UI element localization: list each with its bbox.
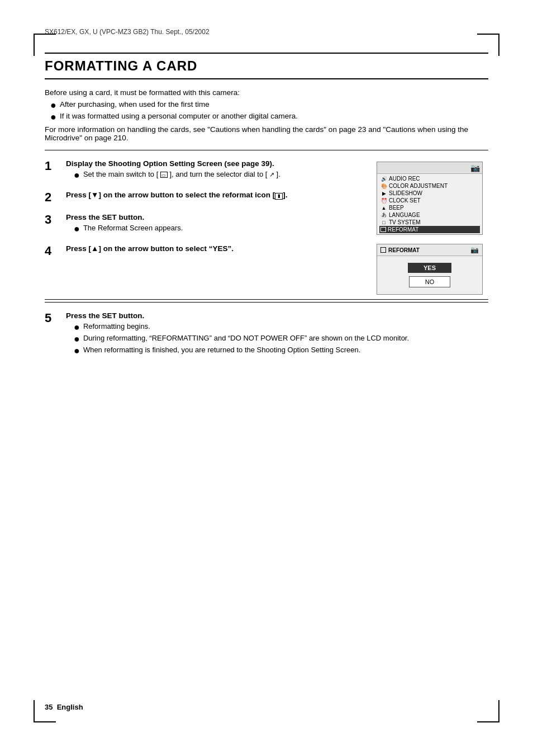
language-icon: あ bbox=[380, 212, 387, 218]
beep-icon: ▲ bbox=[380, 205, 387, 211]
dial-icon: ↗ bbox=[269, 171, 274, 178]
steps-area: 1 Display the Shooting Option Setting Sc… bbox=[45, 159, 488, 295]
step-5-sub: ● Reformatting begins. ● During reformat… bbox=[74, 322, 488, 356]
step-2-number: 2 bbox=[45, 191, 58, 204]
step-1-content: Display the Shooting Option Setting Scre… bbox=[66, 159, 365, 182]
menu-audio-rec: 🔊 AUDIO REC bbox=[379, 175, 480, 182]
step-5-title: Press the SET button. bbox=[66, 311, 488, 320]
screen-2: REFORMAT 📷 YES NO bbox=[377, 244, 483, 295]
step-4-title: Press [▲] on the arrow button to select … bbox=[66, 244, 365, 253]
step-3-number: 3 bbox=[45, 213, 58, 226]
bullet-dot: ● bbox=[74, 346, 80, 356]
tv-icon: □ bbox=[380, 220, 387, 225]
step-1-title: Display the Shooting Option Setting Scre… bbox=[66, 159, 365, 168]
step-5: 5 Press the SET button. ● Reformatting b… bbox=[45, 311, 488, 357]
audio-icon: 🔊 bbox=[380, 176, 387, 182]
step-5-content: Press the SET button. ● Reformatting beg… bbox=[66, 311, 488, 357]
corner-mark-tl bbox=[34, 34, 56, 56]
step-3-title: Press the SET button. bbox=[66, 213, 365, 221]
step-5-number: 5 bbox=[45, 311, 58, 325]
corner-mark-br bbox=[477, 700, 499, 722]
menu-tv-system: □ TV SYSTEM bbox=[379, 219, 480, 226]
bullet-dot: ● bbox=[50, 112, 56, 122]
menu-reformat: REFORMAT bbox=[379, 226, 480, 233]
step-2: 2 Press [▼] on the arrow button to selec… bbox=[45, 191, 365, 204]
menu-clock-set: ⏰ CLOCK SET bbox=[379, 197, 480, 204]
yes-button: YES bbox=[408, 263, 451, 273]
intro-bullet-1: ● After purchasing, when used for the fi… bbox=[50, 100, 488, 110]
clock-icon: ⏰ bbox=[380, 198, 387, 204]
step-4-number: 4 bbox=[45, 244, 58, 258]
step-5-area: 5 Press the SET button. ● Reformatting b… bbox=[45, 302, 488, 357]
menu-slideshow: ▶ SLIDESHOW bbox=[379, 190, 480, 197]
reformat-icon bbox=[380, 247, 386, 253]
step-5-bullet-2: ● During reformatting, “REFORMATTING” an… bbox=[74, 334, 488, 344]
menu-color-adj: 🎨 COLOR ADJUSTMENT bbox=[379, 182, 480, 190]
menu-beep: ▲ BEEP bbox=[379, 204, 480, 211]
step-4: 4 Press [▲] on the arrow button to selec… bbox=[45, 244, 365, 258]
screen-1-header: 📷 bbox=[377, 162, 482, 174]
screen-1-camera-icon: 📷 bbox=[470, 163, 480, 172]
bullet-dot: ● bbox=[74, 170, 80, 180]
step-4-content: Press [▲] on the arrow button to select … bbox=[66, 244, 365, 255]
menu-language: あ LANGUAGE bbox=[379, 211, 480, 219]
step-1-sub-text: Set the main switch to [ ▭ ], and turn t… bbox=[83, 170, 280, 178]
step-2-title: Press [▼] on the arrow button to select … bbox=[66, 191, 365, 200]
screen-2-title: REFORMAT bbox=[380, 247, 420, 253]
step-3: 3 Press the SET button. ● The Reformat S… bbox=[45, 213, 365, 235]
step-5-bullet-1: ● Reformatting begins. bbox=[74, 322, 488, 332]
step-1-bullet: ● Set the main switch to [ ▭ ], and turn… bbox=[74, 170, 365, 180]
screen-2-body: YES NO bbox=[377, 256, 482, 294]
page-number: 35 bbox=[45, 703, 53, 711]
screen-1: 📷 🔊 AUDIO REC 🎨 COLOR ADJUSTMENT ▶ bbox=[377, 162, 483, 235]
intro-bullets: ● After purchasing, when used for the fi… bbox=[50, 100, 488, 122]
intro-note: For more information on handling the car… bbox=[45, 125, 488, 142]
steps-left: 1 Display the Shooting Option Setting Sc… bbox=[45, 159, 377, 295]
step-1-sub: ● Set the main switch to [ ▭ ], and turn… bbox=[74, 170, 365, 180]
switch-icon: ▭ bbox=[160, 172, 168, 178]
header-meta: SX612/EX, GX, U (VPC-MZ3 GB2) Thu. Sept.… bbox=[45, 28, 488, 36]
intro-lead: Before using a card, it must be formatte… bbox=[45, 88, 488, 97]
step-1: 1 Display the Shooting Option Setting Sc… bbox=[45, 159, 365, 182]
slideshow-icon: ▶ bbox=[380, 191, 387, 196]
intro-bullet-2: ● If it was formatted using a personal c… bbox=[50, 112, 488, 122]
color-icon: 🎨 bbox=[380, 183, 387, 189]
step-5-bullet-3: ● When reformatting is finished, you are… bbox=[74, 346, 488, 356]
steps-block: 1 Display the Shooting Option Setting Sc… bbox=[45, 150, 488, 300]
step-3-content: Press the SET button. ● The Reformat Scr… bbox=[66, 213, 365, 235]
bullet-dot: ● bbox=[74, 224, 80, 234]
step-1-number: 1 bbox=[45, 159, 58, 173]
corner-mark-tr bbox=[477, 34, 499, 56]
steps-right: 📷 🔊 AUDIO REC 🎨 COLOR ADJUSTMENT ▶ bbox=[377, 159, 488, 295]
bullet-dot: ● bbox=[74, 334, 80, 344]
page: SX612/EX, GX, U (VPC-MZ3 GB2) Thu. Sept.… bbox=[0, 0, 533, 756]
footer-language: English bbox=[57, 703, 83, 711]
reformat-menu-icon bbox=[380, 227, 386, 232]
screen-2-cam-icon: 📷 bbox=[470, 246, 479, 254]
no-button: NO bbox=[409, 276, 451, 287]
bullet-dot: ● bbox=[50, 100, 56, 110]
bullet-dot: ● bbox=[74, 322, 80, 332]
screen-2-header: REFORMAT 📷 bbox=[377, 244, 482, 256]
screen-1-menu: 🔊 AUDIO REC 🎨 COLOR ADJUSTMENT ▶ SLIDESH… bbox=[377, 174, 482, 234]
page-title: FORMATTING A CARD bbox=[45, 53, 488, 79]
footer: 35 English bbox=[45, 703, 83, 711]
step-3-sub: ● The Reformat Screen appears. bbox=[74, 224, 365, 234]
step-2-content: Press [▼] on the arrow button to select … bbox=[66, 191, 365, 202]
reformat-inline-icon: ▮ bbox=[275, 193, 283, 200]
step-3-bullet: ● The Reformat Screen appears. bbox=[74, 224, 365, 234]
